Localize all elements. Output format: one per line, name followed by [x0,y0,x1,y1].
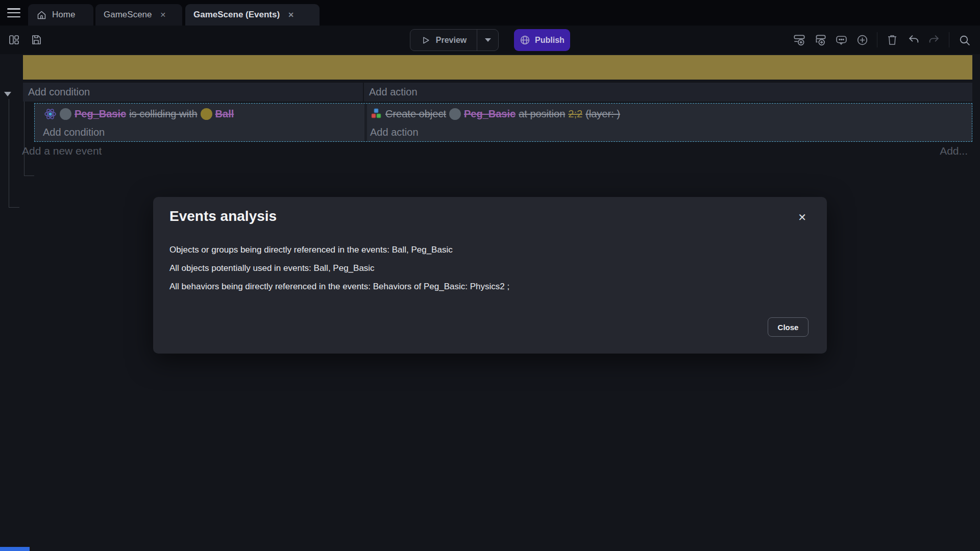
add-new-event-button[interactable]: Add a new event [22,145,102,157]
tab-gamescene[interactable]: GameScene ✕ [95,4,182,26]
dialog-title: Events analysis [169,208,277,224]
collapse-event-caret-icon[interactable] [4,92,11,96]
add-action-button[interactable]: Add action [367,124,972,140]
save-icon[interactable] [28,31,45,48]
redo-icon[interactable] [925,31,943,48]
preview-options-dropdown[interactable] [477,30,498,51]
tree-line [9,207,19,208]
search-icon[interactable] [955,31,973,48]
globe-icon [520,35,530,45]
toolbar-separator [949,32,949,47]
add-circle-icon[interactable] [853,31,871,48]
tab-gamescene-close-icon[interactable]: ✕ [160,11,166,19]
condition-text: is colliding with [129,108,197,120]
tree-line [24,176,34,176]
bottom-progress-bar [0,547,30,551]
menu-icon[interactable] [6,7,21,19]
add-subevent-icon[interactable] [812,31,829,48]
analysis-line-objects-used: All objects potentially used in events: … [169,259,811,278]
create-object-action-icon [370,108,382,120]
peg-basic-object-icon [449,108,461,120]
conditions-column: Peg_Basic is colliding with Ball Add con… [35,104,364,141]
toolbar: Preview Publish [0,26,980,54]
tab-gamescene-events[interactable]: GameScene (Events) ✕ [185,4,320,26]
tab-gamescene-label: GameScene [104,10,152,20]
action-instruction[interactable]: Create object Peg_Basic at position 2;2 … [367,104,972,124]
selected-subevent-row[interactable]: Peg_Basic is colliding with Ball Add con… [34,103,972,142]
publish-button-label: Publish [535,36,565,45]
comment-block[interactable] [23,55,972,80]
actions-column: Add action [364,83,972,102]
tab-home-label: Home [52,10,75,20]
conditions-column: Add condition [23,83,364,102]
add-event-icon[interactable] [791,31,808,48]
analysis-line-objects-referenced: Objects or groups being directly referen… [169,241,811,259]
action-object-name: Peg_Basic [464,108,516,120]
actions-column: Create object Peg_Basic at position 2;2 … [364,104,972,141]
event-row: Add condition Add action [23,83,972,102]
chevron-down-icon [485,38,491,42]
preview-button[interactable]: Preview [410,30,477,51]
home-icon [36,10,47,20]
add-comment-icon[interactable] [832,31,850,48]
add-more-button[interactable]: Add... [940,145,968,157]
add-action-button[interactable]: Add action [364,83,972,102]
close-button[interactable]: Close [768,317,808,337]
delete-icon[interactable] [884,31,901,48]
tab-gamescene-events-label: GameScene (Events) [193,10,280,20]
tree-line [9,99,9,208]
add-condition-button[interactable]: Add condition [23,83,363,102]
action-text: at position [519,108,565,120]
tab-home[interactable]: Home [28,4,93,26]
collision-condition-icon [44,108,57,120]
publish-button[interactable]: Publish [514,29,570,51]
toolbar-separator [877,32,877,47]
add-condition-button[interactable]: Add condition [35,124,364,140]
undo-icon[interactable] [904,31,922,48]
preview-button-group: Preview [410,29,499,51]
tab-gamescene-events-close-icon[interactable]: ✕ [288,11,294,19]
ball-object-icon [201,108,212,120]
dialog-body: Objects or groups being directly referen… [169,241,811,296]
tree-line [24,102,24,176]
condition-instruction[interactable]: Peg_Basic is colliding with Ball [35,104,364,124]
play-icon [421,35,431,45]
action-verb: Create object [385,108,446,120]
action-text: (layer: ) [585,108,620,120]
close-icon[interactable]: ✕ [798,211,806,223]
events-analysis-dialog: Events analysis ✕ Objects or groups bein… [153,197,827,354]
preview-button-label: Preview [436,36,467,45]
condition-object-name: Peg_Basic [75,108,126,120]
condition-object-name: Ball [215,108,234,120]
peg-basic-object-icon [60,108,71,120]
action-parameter: 2;2 [568,108,582,120]
project-manager-icon[interactable] [5,31,22,48]
analysis-line-behaviors: All behaviors being directly referenced … [169,278,811,296]
tab-bar: Home GameScene ✕ GameScene (Events) ✕ [0,0,980,26]
